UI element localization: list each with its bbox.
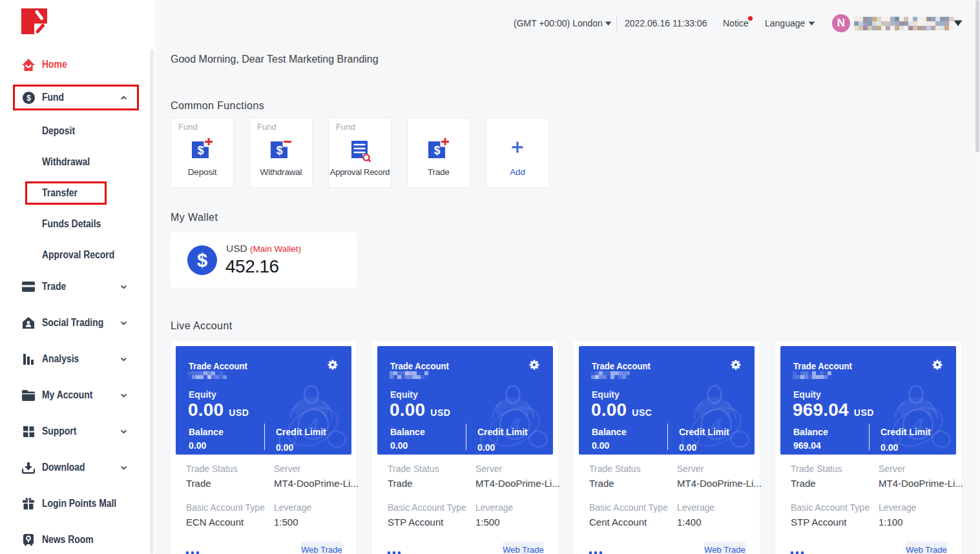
svg-text:$: $ (276, 144, 283, 157)
svg-text:$: $ (434, 144, 441, 157)
svg-text:$: $ (198, 144, 204, 157)
